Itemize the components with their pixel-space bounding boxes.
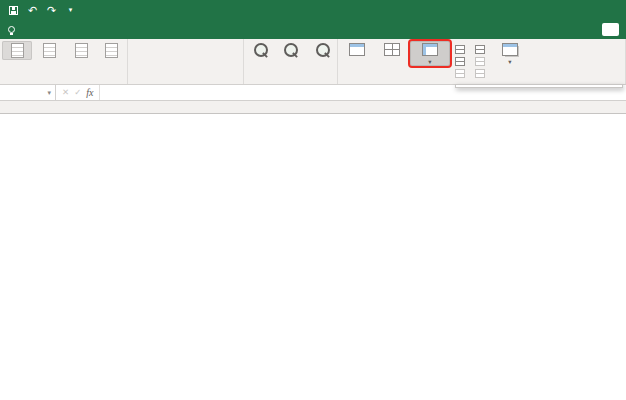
insert-function-icon[interactable]: fx bbox=[86, 88, 93, 98]
group-label-workbook-views bbox=[0, 74, 127, 84]
chevron-down-icon: ▾ bbox=[428, 58, 431, 65]
zoom-icon bbox=[254, 43, 268, 58]
ribbon-display-options-icon[interactable] bbox=[602, 23, 619, 36]
name-box[interactable]: ▾ bbox=[0, 85, 56, 100]
quick-access-toolbar: ↶ ↷ ▾ bbox=[0, 2, 79, 18]
new-window-button[interactable] bbox=[340, 41, 374, 58]
window-small-buttons-2 bbox=[473, 41, 490, 79]
quick-access-customize-button[interactable]: ▾ bbox=[62, 2, 79, 18]
redo-icon: ↷ bbox=[47, 5, 56, 16]
freeze-panes-button[interactable]: ▾ bbox=[410, 41, 450, 66]
chevron-down-icon: ▾ bbox=[508, 58, 511, 65]
hide-icon bbox=[455, 57, 465, 66]
zoom-100-icon bbox=[284, 43, 298, 58]
save-button[interactable] bbox=[5, 2, 22, 18]
split-button[interactable] bbox=[453, 44, 470, 55]
column-headers bbox=[0, 101, 626, 114]
window-small-buttons-1 bbox=[453, 41, 470, 79]
title-bar: ↶ ↷ ▾ bbox=[0, 0, 626, 20]
synchronous-scrolling-button[interactable] bbox=[473, 56, 490, 67]
ribbon-tab-row bbox=[0, 20, 626, 39]
chevron-down-icon[interactable]: ▾ bbox=[47, 89, 51, 97]
freeze-panes-icon bbox=[422, 43, 438, 56]
group-show bbox=[128, 39, 244, 84]
group-workbook-views bbox=[0, 39, 128, 84]
button-label: ▾ bbox=[428, 58, 431, 66]
normal-view-icon bbox=[11, 43, 24, 58]
zoom-button[interactable] bbox=[246, 41, 276, 60]
group-window: ▾ ▾ bbox=[338, 39, 626, 84]
arrange-all-button[interactable] bbox=[374, 41, 410, 58]
sheet-grid bbox=[0, 114, 626, 400]
hide-button[interactable] bbox=[453, 56, 470, 67]
page-layout-icon bbox=[75, 43, 88, 58]
workbook-views-buttons bbox=[0, 39, 127, 74]
switch-windows-icon bbox=[502, 43, 518, 56]
show-checkboxes bbox=[128, 39, 243, 74]
zoom-to-selection-button[interactable] bbox=[306, 41, 340, 60]
redo-button[interactable]: ↷ bbox=[43, 2, 60, 18]
page-break-preview-icon bbox=[43, 43, 56, 58]
undo-button[interactable]: ↶ bbox=[24, 2, 41, 18]
page-layout-button[interactable] bbox=[66, 41, 96, 60]
undo-icon: ↶ bbox=[28, 5, 37, 16]
formula-bar-buttons: ✕ ✓ fx bbox=[56, 85, 100, 100]
group-label-show bbox=[128, 74, 243, 84]
custom-views-button[interactable] bbox=[96, 41, 126, 60]
tell-me-box[interactable] bbox=[0, 20, 28, 39]
new-window-icon bbox=[349, 43, 365, 56]
synchronous-scrolling-icon bbox=[475, 57, 485, 66]
cancel-icon[interactable]: ✕ bbox=[62, 88, 69, 97]
reset-window-position-button[interactable] bbox=[473, 68, 490, 79]
view-side-by-side-button[interactable] bbox=[473, 44, 490, 55]
view-side-by-side-icon bbox=[475, 45, 485, 54]
chevron-down-icon: ▾ bbox=[69, 6, 73, 14]
switch-windows-button[interactable]: ▾ bbox=[490, 41, 530, 66]
zoom-to-selection-icon bbox=[316, 43, 330, 58]
group-zoom bbox=[244, 39, 338, 84]
normal-view-button[interactable] bbox=[2, 41, 32, 60]
save-icon bbox=[9, 6, 18, 15]
page-break-preview-button[interactable] bbox=[32, 41, 66, 60]
zoom-100-button[interactable] bbox=[276, 41, 306, 60]
group-label-zoom bbox=[244, 74, 337, 84]
split-icon bbox=[455, 45, 465, 54]
zoom-buttons bbox=[244, 39, 337, 74]
enter-icon[interactable]: ✓ bbox=[74, 88, 81, 97]
excel-window: ↶ ↷ ▾ bbox=[0, 0, 626, 400]
unhide-button[interactable] bbox=[453, 68, 470, 79]
unhide-icon bbox=[455, 69, 465, 78]
button-label: ▾ bbox=[508, 58, 511, 66]
arrange-all-icon bbox=[384, 43, 400, 56]
reset-window-position-icon bbox=[475, 69, 485, 78]
window-buttons: ▾ ▾ bbox=[338, 39, 625, 79]
lightbulb-icon bbox=[8, 26, 15, 33]
custom-views-icon bbox=[105, 43, 118, 58]
freeze-panes-menu bbox=[455, 84, 623, 88]
ribbon: ▾ ▾ bbox=[0, 39, 626, 85]
